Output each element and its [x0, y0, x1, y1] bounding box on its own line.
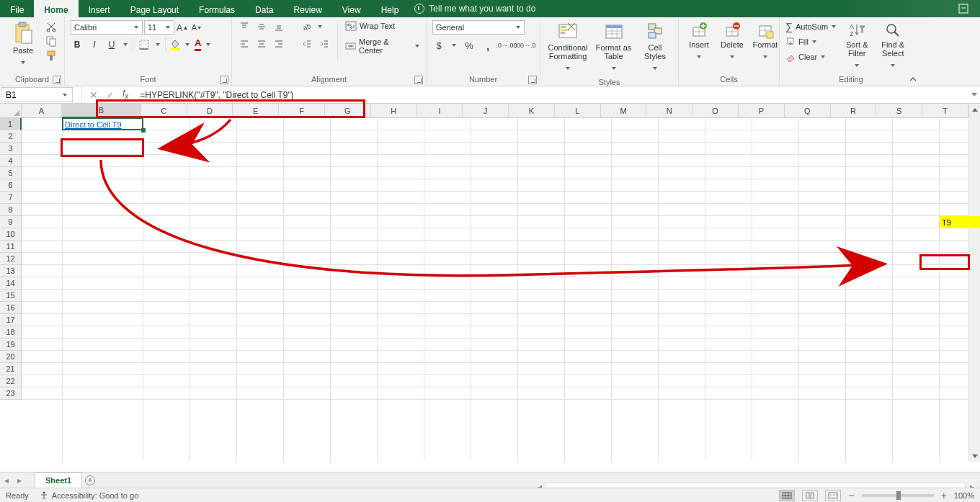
- scroll-up-button[interactable]: [969, 104, 980, 115]
- chevron-down-icon[interactable]: [451, 39, 457, 52]
- delete-cells-button[interactable]: Delete: [718, 20, 747, 65]
- italic-button[interactable]: I: [88, 38, 101, 51]
- tab-insert[interactable]: Insert: [79, 0, 120, 17]
- select-all-button[interactable]: [0, 104, 22, 118]
- column-header[interactable]: M: [601, 104, 647, 118]
- underline-button[interactable]: U: [105, 38, 118, 51]
- tab-review[interactable]: Review: [283, 0, 331, 17]
- tab-view[interactable]: View: [332, 0, 371, 17]
- chevron-down-icon[interactable]: [122, 38, 128, 51]
- orientation-button[interactable]: ab: [300, 20, 313, 33]
- zoom-out-button[interactable]: −: [848, 490, 854, 501]
- tab-help[interactable]: Help: [371, 0, 409, 17]
- row-header[interactable]: 3: [0, 143, 22, 155]
- tab-formulas[interactable]: Formulas: [189, 0, 245, 17]
- row-header[interactable]: 19: [0, 339, 22, 351]
- conditional-formatting-button[interactable]: Conditional Formatting: [546, 20, 589, 76]
- shrink-font-button[interactable]: A▼: [190, 21, 203, 34]
- fill-button[interactable]: Fill: [785, 35, 837, 48]
- wrap-text-button[interactable]: ab Wrap Text: [345, 20, 420, 32]
- dialog-launcher[interactable]: [414, 76, 423, 84]
- tab-data[interactable]: Data: [245, 0, 283, 17]
- grow-font-button[interactable]: A▲: [176, 21, 189, 34]
- paste-button[interactable]: Paste: [6, 20, 40, 71]
- new-sheet-button[interactable]: +: [82, 475, 98, 485]
- column-header[interactable]: Q: [785, 104, 831, 118]
- align-middle-button[interactable]: [255, 20, 268, 33]
- column-header[interactable]: R: [831, 104, 877, 118]
- accounting-format-button[interactable]: $: [432, 39, 445, 52]
- formula-input[interactable]: =HYPERLINK("#T9", "Direct to Cell T9"): [135, 86, 968, 103]
- bold-button[interactable]: B: [71, 38, 84, 51]
- column-header[interactable]: H: [371, 104, 417, 118]
- number-format-combo[interactable]: General: [432, 20, 525, 35]
- tell-me[interactable]: Tell me what you want to do: [414, 0, 535, 17]
- column-header[interactable]: F: [279, 104, 325, 118]
- align-right-button[interactable]: [272, 37, 285, 50]
- column-header[interactable]: E: [233, 104, 279, 118]
- row-header[interactable]: 13: [0, 265, 22, 277]
- sheet-nav-prev[interactable]: ▸: [13, 475, 26, 485]
- clear-button[interactable]: Clear: [785, 50, 837, 63]
- column-header[interactable]: S: [876, 104, 922, 118]
- row-header[interactable]: 1: [0, 118, 22, 130]
- find-select-button[interactable]: Find & Select: [877, 20, 909, 73]
- cut-button[interactable]: [45, 20, 58, 33]
- column-header[interactable]: B: [62, 104, 141, 118]
- align-center-button[interactable]: [255, 37, 268, 50]
- accessibility-status[interactable]: Accessibility: Good to go: [39, 490, 138, 501]
- row-header[interactable]: 5: [0, 167, 22, 179]
- expand-formula-bar-button[interactable]: [968, 86, 980, 103]
- collapse-ribbon-button[interactable]: [908, 74, 918, 84]
- row-header[interactable]: 4: [0, 155, 22, 167]
- copy-button[interactable]: [45, 35, 58, 48]
- chevron-down-icon[interactable]: [205, 38, 211, 51]
- dialog-launcher[interactable]: [220, 76, 228, 84]
- row-header[interactable]: 22: [0, 375, 22, 387]
- format-painter-button[interactable]: [45, 49, 58, 62]
- normal-view-button[interactable]: [779, 490, 795, 501]
- align-left-button[interactable]: [238, 37, 251, 50]
- align-top-button[interactable]: [238, 20, 251, 33]
- zoom-in-button[interactable]: +: [941, 490, 947, 501]
- font-size-combo[interactable]: 11: [144, 20, 174, 35]
- fill-color-button[interactable]: [170, 39, 180, 50]
- ribbon-options-button[interactable]: [947, 0, 980, 17]
- comma-button[interactable]: ,: [481, 39, 494, 52]
- dialog-launcher[interactable]: [53, 76, 61, 84]
- fill-handle[interactable]: [141, 128, 146, 133]
- cell-t9[interactable]: T9: [940, 216, 980, 228]
- row-header[interactable]: 18: [0, 326, 22, 339]
- row-header[interactable]: 6: [0, 179, 22, 192]
- row-header[interactable]: 11: [0, 241, 22, 253]
- column-header[interactable]: N: [646, 104, 692, 118]
- merge-center-button[interactable]: Merge & Center: [345, 37, 420, 55]
- tab-home[interactable]: Home: [34, 0, 78, 17]
- column-header[interactable]: P: [739, 104, 785, 118]
- row-header[interactable]: 21: [0, 363, 22, 375]
- column-header[interactable]: L: [555, 104, 601, 118]
- tab-page-layout[interactable]: Page Layout: [120, 0, 189, 17]
- tab-file[interactable]: File: [0, 0, 34, 17]
- chevron-down-icon[interactable]: [155, 38, 161, 51]
- row-header[interactable]: 16: [0, 302, 22, 314]
- zoom-level[interactable]: 100%: [954, 491, 974, 500]
- sheet-tab-sheet1[interactable]: Sheet1: [35, 472, 82, 488]
- insert-cells-button[interactable]: Insert: [685, 20, 713, 65]
- increase-decimal-button[interactable]: .0→.00: [500, 39, 513, 52]
- column-header[interactable]: G: [325, 104, 371, 118]
- decrease-indent-button[interactable]: [300, 37, 313, 50]
- sheet-nav-first[interactable]: ◂: [0, 475, 13, 485]
- row-header[interactable]: 15: [0, 290, 22, 302]
- align-bottom-button[interactable]: [272, 20, 285, 33]
- cancel-formula-button[interactable]: ✕: [89, 89, 98, 101]
- vertical-scrollbar[interactable]: [968, 104, 980, 462]
- row-header[interactable]: 20: [0, 351, 22, 363]
- page-layout-view-button[interactable]: [802, 490, 818, 501]
- cell-b1[interactable]: Direct to Cell T9: [63, 118, 143, 130]
- format-as-table-button[interactable]: Format as Table: [594, 20, 633, 76]
- column-header[interactable]: C: [141, 104, 187, 118]
- row-header[interactable]: 17: [0, 314, 22, 326]
- scroll-down-button[interactable]: [969, 450, 980, 462]
- cells-area[interactable]: Direct to Cell T9 T9: [22, 118, 968, 462]
